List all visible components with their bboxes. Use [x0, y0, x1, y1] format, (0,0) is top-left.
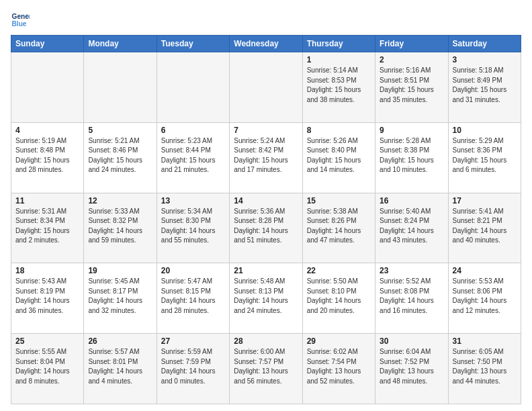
day-number: 29 [307, 336, 371, 346]
day-number: 24 [453, 266, 517, 275]
day-number: 8 [307, 126, 371, 135]
day-info: Sunrise: 6:02 AM Sunset: 7:54 PM Dayligh… [307, 347, 371, 386]
day-number: 13 [161, 196, 225, 205]
day-info: Sunrise: 6:04 AM Sunset: 7:52 PM Dayligh… [380, 347, 443, 386]
day-info: Sunrise: 5:45 AM Sunset: 8:17 PM Dayligh… [88, 277, 152, 316]
day-cell [84, 52, 157, 123]
day-cell: 17Sunrise: 5:41 AM Sunset: 8:21 PM Dayli… [448, 193, 521, 263]
header-day-sunday: Sunday [11, 36, 84, 52]
day-number: 9 [380, 126, 443, 135]
day-cell: 2Sunrise: 5:16 AM Sunset: 8:51 PM Daylig… [375, 52, 448, 123]
day-number: 2 [380, 55, 443, 64]
header-day-thursday: Thursday [302, 36, 375, 52]
header-day-friday: Friday [375, 36, 448, 52]
day-cell: 11Sunrise: 5:31 AM Sunset: 8:34 PM Dayli… [11, 193, 84, 263]
page: General Blue SundayMondayTuesdayWednesda… [0, 0, 532, 411]
day-info: Sunrise: 5:43 AM Sunset: 8:19 PM Dayligh… [15, 277, 79, 316]
day-info: Sunrise: 5:21 AM Sunset: 8:46 PM Dayligh… [88, 136, 152, 175]
day-cell: 12Sunrise: 5:33 AM Sunset: 8:32 PM Dayli… [84, 193, 157, 263]
day-cell: 22Sunrise: 5:50 AM Sunset: 8:10 PM Dayli… [302, 263, 375, 334]
day-number: 11 [15, 196, 79, 205]
day-info: Sunrise: 5:33 AM Sunset: 8:32 PM Dayligh… [88, 207, 152, 246]
day-info: Sunrise: 5:36 AM Sunset: 8:28 PM Dayligh… [234, 207, 298, 246]
day-number: 4 [15, 126, 79, 135]
day-info: Sunrise: 5:41 AM Sunset: 8:21 PM Dayligh… [453, 207, 517, 246]
day-cell: 27Sunrise: 5:59 AM Sunset: 7:59 PM Dayli… [157, 334, 229, 404]
day-cell: 19Sunrise: 5:45 AM Sunset: 8:17 PM Dayli… [84, 263, 157, 334]
logo: General Blue [11, 11, 32, 30]
day-number: 23 [380, 266, 443, 275]
day-number: 7 [234, 126, 298, 135]
day-number: 1 [307, 55, 371, 64]
day-info: Sunrise: 5:23 AM Sunset: 8:44 PM Dayligh… [161, 136, 225, 175]
day-info: Sunrise: 6:05 AM Sunset: 7:50 PM Dayligh… [453, 347, 517, 386]
day-cell: 29Sunrise: 6:02 AM Sunset: 7:54 PM Dayli… [302, 334, 375, 404]
day-number: 14 [234, 196, 298, 205]
day-info: Sunrise: 5:31 AM Sunset: 8:34 PM Dayligh… [15, 207, 79, 246]
day-number: 16 [380, 196, 443, 205]
day-cell [157, 52, 229, 123]
day-cell: 9Sunrise: 5:28 AM Sunset: 8:38 PM Daylig… [375, 122, 448, 193]
svg-text:Blue: Blue [12, 20, 27, 28]
day-info: Sunrise: 5:16 AM Sunset: 8:51 PM Dayligh… [380, 66, 443, 105]
day-info: Sunrise: 5:40 AM Sunset: 8:24 PM Dayligh… [380, 207, 443, 246]
day-number: 10 [453, 126, 517, 135]
header-day-wednesday: Wednesday [230, 36, 302, 52]
day-number: 3 [453, 55, 517, 64]
day-cell: 31Sunrise: 6:05 AM Sunset: 7:50 PM Dayli… [448, 334, 521, 404]
day-info: Sunrise: 5:38 AM Sunset: 8:26 PM Dayligh… [307, 207, 371, 246]
day-info: Sunrise: 5:50 AM Sunset: 8:10 PM Dayligh… [307, 277, 371, 316]
day-cell: 26Sunrise: 5:57 AM Sunset: 8:01 PM Dayli… [84, 334, 157, 404]
day-number: 31 [453, 336, 517, 346]
day-cell: 4Sunrise: 5:19 AM Sunset: 8:48 PM Daylig… [11, 122, 84, 193]
day-info: Sunrise: 5:34 AM Sunset: 8:30 PM Dayligh… [161, 207, 225, 246]
day-cell: 18Sunrise: 5:43 AM Sunset: 8:19 PM Dayli… [11, 263, 84, 334]
day-cell: 21Sunrise: 5:48 AM Sunset: 8:13 PM Dayli… [230, 263, 302, 334]
day-cell: 25Sunrise: 5:55 AM Sunset: 8:04 PM Dayli… [11, 334, 84, 404]
day-cell: 8Sunrise: 5:26 AM Sunset: 8:40 PM Daylig… [302, 122, 375, 193]
day-number: 15 [307, 196, 371, 205]
day-info: Sunrise: 5:28 AM Sunset: 8:38 PM Dayligh… [380, 136, 443, 175]
day-cell [11, 52, 84, 123]
day-info: Sunrise: 5:55 AM Sunset: 8:04 PM Dayligh… [15, 347, 79, 386]
day-info: Sunrise: 5:57 AM Sunset: 8:01 PM Dayligh… [88, 347, 152, 386]
day-cell: 28Sunrise: 6:00 AM Sunset: 7:57 PM Dayli… [230, 334, 302, 404]
day-number: 19 [88, 266, 152, 275]
day-info: Sunrise: 5:14 AM Sunset: 8:53 PM Dayligh… [307, 66, 371, 105]
day-info: Sunrise: 5:52 AM Sunset: 8:08 PM Dayligh… [380, 277, 443, 316]
day-number: 21 [234, 266, 298, 275]
day-cell: 6Sunrise: 5:23 AM Sunset: 8:44 PM Daylig… [157, 122, 229, 193]
day-number: 25 [15, 336, 79, 346]
header-row: SundayMondayTuesdayWednesdayThursdayFrid… [11, 36, 521, 52]
day-cell: 23Sunrise: 5:52 AM Sunset: 8:08 PM Dayli… [375, 263, 448, 334]
day-number: 18 [15, 266, 79, 275]
week-row-2: 4Sunrise: 5:19 AM Sunset: 8:48 PM Daylig… [11, 122, 521, 193]
day-info: Sunrise: 5:19 AM Sunset: 8:48 PM Dayligh… [15, 136, 79, 175]
week-row-4: 18Sunrise: 5:43 AM Sunset: 8:19 PM Dayli… [11, 263, 521, 334]
day-number: 27 [161, 336, 225, 346]
day-cell: 16Sunrise: 5:40 AM Sunset: 8:24 PM Dayli… [375, 193, 448, 263]
week-row-5: 25Sunrise: 5:55 AM Sunset: 8:04 PM Dayli… [11, 334, 521, 404]
day-cell: 1Sunrise: 5:14 AM Sunset: 8:53 PM Daylig… [302, 52, 375, 123]
week-row-3: 11Sunrise: 5:31 AM Sunset: 8:34 PM Dayli… [11, 193, 521, 263]
day-number: 20 [161, 266, 225, 275]
day-number: 17 [453, 196, 517, 205]
day-cell [230, 52, 302, 123]
header-day-tuesday: Tuesday [157, 36, 229, 52]
day-info: Sunrise: 5:59 AM Sunset: 7:59 PM Dayligh… [161, 347, 225, 386]
week-row-1: 1Sunrise: 5:14 AM Sunset: 8:53 PM Daylig… [11, 52, 521, 123]
day-cell: 14Sunrise: 5:36 AM Sunset: 8:28 PM Dayli… [230, 193, 302, 263]
day-number: 30 [380, 336, 443, 346]
day-number: 26 [88, 336, 152, 346]
day-cell: 15Sunrise: 5:38 AM Sunset: 8:26 PM Dayli… [302, 193, 375, 263]
day-number: 22 [307, 266, 371, 275]
day-info: Sunrise: 5:53 AM Sunset: 8:06 PM Dayligh… [453, 277, 517, 316]
day-cell: 3Sunrise: 5:18 AM Sunset: 8:49 PM Daylig… [448, 52, 521, 123]
day-cell: 10Sunrise: 5:29 AM Sunset: 8:36 PM Dayli… [448, 122, 521, 193]
day-cell: 24Sunrise: 5:53 AM Sunset: 8:06 PM Dayli… [448, 263, 521, 334]
day-info: Sunrise: 5:18 AM Sunset: 8:49 PM Dayligh… [453, 66, 517, 105]
day-info: Sunrise: 5:29 AM Sunset: 8:36 PM Dayligh… [453, 136, 517, 175]
header-day-monday: Monday [84, 36, 157, 52]
day-info: Sunrise: 5:47 AM Sunset: 8:15 PM Dayligh… [161, 277, 225, 316]
day-number: 28 [234, 336, 298, 346]
